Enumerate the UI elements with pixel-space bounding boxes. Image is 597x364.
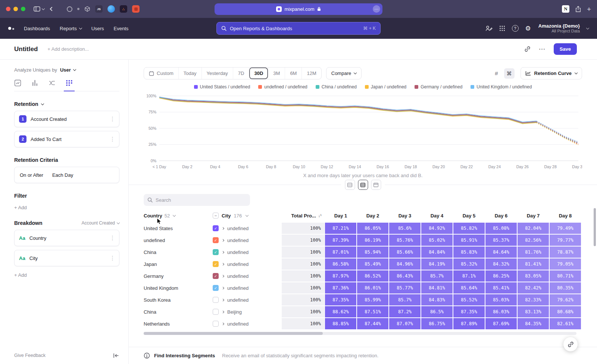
column-header-day[interactable]: Day 8: [549, 213, 581, 219]
retention-value-cell[interactable]: 85.82%: [453, 223, 485, 234]
dot-extension-icon[interactable]: [77, 8, 79, 10]
range-yesterday[interactable]: Yesterday: [201, 68, 233, 79]
data-admin-icon[interactable]: [485, 25, 493, 32]
retention-value-cell[interactable]: 85.49%: [357, 258, 388, 270]
retention-value-cell[interactable]: 86.05%: [357, 223, 388, 234]
retention-value-cell[interactable]: 86.03%: [485, 306, 517, 317]
chevron-right-icon[interactable]: [222, 274, 224, 277]
retention-value-cell[interactable]: 87.07%: [389, 318, 421, 329]
retention-value-cell[interactable]: 86.5%: [421, 306, 453, 317]
legend-item[interactable]: undefined / undefined: [258, 84, 307, 90]
chevron-right-icon[interactable]: [222, 286, 224, 289]
column-header-day[interactable]: Day 7: [517, 213, 549, 219]
range-7d[interactable]: 7D: [233, 68, 249, 79]
retention-value-cell[interactable]: 84.83%: [421, 294, 453, 305]
retention-value-cell[interactable]: 87.44%: [357, 318, 388, 329]
retention-value-cell[interactable]: 85.77%: [389, 282, 421, 294]
row-checkbox[interactable]: ✓: [213, 285, 219, 291]
new-tab-button[interactable]: +: [587, 6, 591, 13]
breakdown-card[interactable]: AaCountry⋮: [14, 230, 119, 246]
row-checkbox[interactable]: ✓: [213, 237, 219, 243]
retention-value-cell[interactable]: 85.7%: [389, 294, 421, 305]
table-search-input[interactable]: Search: [144, 194, 250, 206]
retention-value-cell[interactable]: 84.81%: [421, 282, 453, 294]
address-bar[interactable]: mixpanel.com ⋯: [215, 3, 382, 15]
retention-value-cell[interactable]: 85.94%: [357, 247, 388, 258]
chevron-right-icon[interactable]: [222, 298, 224, 301]
column-header-day[interactable]: Day 2: [357, 213, 389, 219]
retention-value-cell[interactable]: 85.83%: [453, 247, 485, 258]
retention-value-cell[interactable]: 79.05%: [550, 258, 581, 270]
safari-extension-icon[interactable]: [107, 5, 115, 13]
retention-value-cell[interactable]: 85.91%: [453, 235, 485, 246]
retention-value-cell[interactable]: 83.05%: [518, 270, 549, 282]
close-window-button[interactable]: [6, 7, 10, 11]
range-custom[interactable]: Custom: [144, 68, 178, 79]
retention-value-cell[interactable]: 84.32%: [485, 258, 517, 270]
retention-value-cell[interactable]: 85.41%: [485, 282, 517, 294]
kebab-menu-icon[interactable]: ⋮: [110, 255, 115, 261]
retention-value-cell[interactable]: 80.68%: [550, 306, 581, 317]
retention-value-cell[interactable]: 84.19%: [421, 258, 453, 270]
analyze-entity-dropdown[interactable]: User: [60, 67, 76, 73]
retention-value-cell[interactable]: 87.39%: [325, 235, 356, 246]
retention-value-cell[interactable]: 86.75%: [421, 318, 453, 329]
retention-value-cell[interactable]: 85.99%: [357, 294, 388, 305]
report-title[interactable]: Untitled: [14, 46, 38, 53]
kebab-menu-icon[interactable]: ⋮: [110, 136, 115, 142]
retention-step-card[interactable]: 2Added To Cart⋮: [14, 131, 119, 147]
nav-item-users[interactable]: Users: [91, 26, 104, 31]
retention-value-cell[interactable]: 86.19%: [357, 235, 388, 246]
timer-extension-icon[interactable]: [67, 6, 72, 12]
criteria-each-day[interactable]: Each Day: [52, 172, 73, 178]
breakdown-scope-dropdown[interactable]: Account Created: [82, 220, 119, 226]
add-filter-button[interactable]: + Add: [14, 205, 27, 210]
add-breakdown-button[interactable]: + Add: [14, 272, 27, 278]
retention-value-cell[interactable]: 85.03%: [485, 294, 517, 305]
retention-step-card[interactable]: 1Account Created⋮: [14, 111, 119, 127]
column-header-city[interactable]: – City 176: [213, 213, 282, 219]
criteria-on-or-after[interactable]: On or After: [20, 172, 43, 178]
legend-item[interactable]: Japan / undefined: [365, 84, 406, 90]
add-description-button[interactable]: + Add description...: [47, 46, 89, 52]
retention-value-cell[interactable]: 79.62%: [550, 294, 581, 305]
settings-gear-icon[interactable]: ⚙: [525, 25, 531, 32]
density-compact-button[interactable]: [345, 180, 355, 190]
legend-item[interactable]: United Kingdom / undefined: [471, 84, 532, 90]
help-icon[interactable]: ?: [512, 25, 519, 32]
retention-value-cell[interactable]: 85.32%: [453, 258, 485, 270]
nav-item-events[interactable]: Events: [114, 26, 129, 31]
row-checkbox[interactable]: [213, 309, 219, 315]
legend-item[interactable]: Germany / undefined: [415, 84, 462, 90]
row-checkbox[interactable]: ✓: [213, 261, 219, 267]
retention-value-cell[interactable]: 87.35%: [453, 306, 485, 317]
range-today[interactable]: Today: [178, 68, 201, 79]
retention-value-cell[interactable]: 82.33%: [518, 294, 549, 305]
tab-retention[interactable]: [66, 79, 73, 87]
nav-item-dashboards[interactable]: Dashboards: [24, 26, 50, 31]
retention-value-cell[interactable]: 82.61%: [550, 318, 581, 329]
column-header-day[interactable]: Day 6: [485, 213, 517, 219]
give-feedback-link[interactable]: Give Feedback: [14, 353, 46, 358]
retention-value-cell[interactable]: 81.76%: [518, 247, 549, 258]
retention-value-cell[interactable]: 87.69%: [485, 318, 517, 329]
mixpanel-extension-icon[interactable]: ∴: [120, 5, 127, 13]
series-line[interactable]: [159, 97, 537, 122]
retention-value-cell[interactable]: 88.62%: [325, 306, 356, 317]
retention-value-cell[interactable]: 79.77%: [550, 235, 581, 246]
share-link-floating-button[interactable]: [563, 337, 578, 351]
retention-value-cell[interactable]: 87.51%: [357, 306, 388, 317]
cube-extension-icon[interactable]: [84, 6, 90, 12]
global-search-button[interactable]: Open Reports & Dashboards ⌘ + K: [216, 22, 381, 35]
minimize-window-button[interactable]: [13, 7, 18, 11]
column-header-day[interactable]: Day 1: [325, 213, 357, 219]
site-options-button[interactable]: ⋯: [373, 5, 380, 13]
mixpanel-logo[interactable]: [8, 27, 14, 30]
compare-button[interactable]: Compare: [326, 67, 362, 79]
notion-icon[interactable]: N: [562, 5, 569, 13]
row-checkbox[interactable]: ✓: [213, 249, 219, 255]
density-default-button[interactable]: [358, 180, 368, 190]
retention-value-cell[interactable]: 84.64%: [485, 247, 517, 258]
retention-value-cell[interactable]: 87.2%: [389, 306, 421, 317]
retention-value-cell[interactable]: 84.92%: [421, 223, 453, 234]
